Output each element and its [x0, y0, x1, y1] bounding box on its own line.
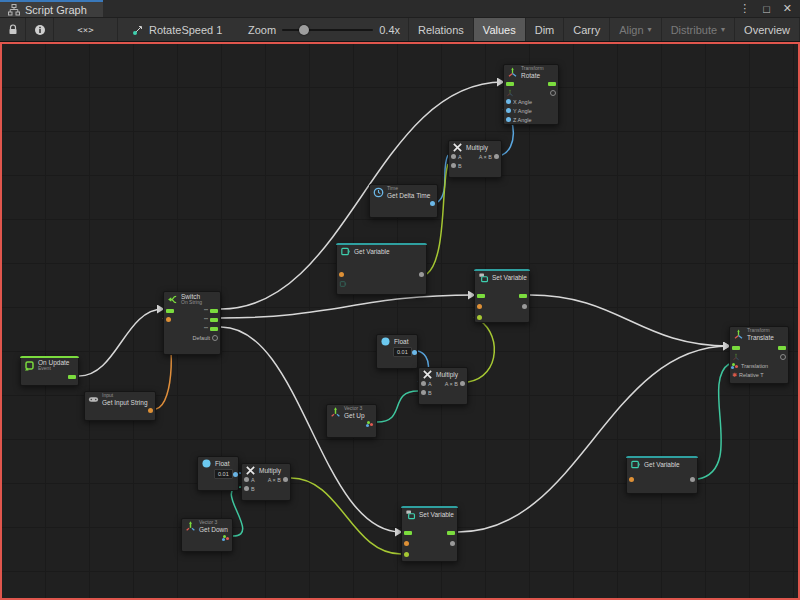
vector3-port[interactable] [367, 421, 370, 424]
lock-button[interactable] [0, 18, 26, 41]
flow-port[interactable] [166, 309, 174, 313]
node-multiply-mid[interactable]: MultiplyAA × BB [418, 367, 468, 405]
value-port[interactable] [629, 477, 634, 482]
flow-port[interactable] [210, 309, 218, 313]
value-port[interactable] [477, 315, 482, 320]
port-label: "" [204, 308, 208, 314]
node-switch-on-string[interactable]: SwitchOn String""""""Default [163, 291, 221, 355]
toolbar-button-carry[interactable]: Carry [563, 18, 609, 41]
port-label: A [251, 477, 255, 483]
vector3-port[interactable] [732, 363, 735, 366]
switch-icon [167, 294, 178, 305]
flow-port[interactable] [210, 327, 218, 331]
info-button[interactable] [26, 18, 54, 41]
toolbar-button-distribute: Distribute▾ [661, 18, 734, 41]
toolbar-button-values[interactable]: Values [473, 18, 525, 41]
toolbar-button-relations[interactable]: Relations [408, 18, 473, 41]
literal-value-field[interactable]: 0.01 [214, 469, 233, 479]
flow-port[interactable] [732, 346, 740, 350]
value-port[interactable] [522, 304, 527, 309]
node-float-bottom[interactable]: Float0.01 [197, 456, 239, 491]
value-port[interactable] [166, 317, 171, 322]
node-set-variable-bottom[interactable]: Set Variable [401, 506, 458, 562]
node-rotate[interactable]: TransformRotateX AngleY AngleZ Angle [503, 64, 559, 125]
node-vector3-get-up[interactable]: Vector 3Get Up [326, 404, 377, 438]
port-label: B [251, 486, 255, 492]
value-port[interactable] [339, 272, 344, 277]
node-title: Set Variable [492, 274, 527, 281]
value-port[interactable] [430, 201, 435, 206]
node-vector3-get-down[interactable]: Vector 3Get Down [181, 518, 233, 552]
node-float-mid[interactable]: Float0.01 [376, 334, 418, 369]
node-title: Get Delta Time [387, 192, 430, 199]
value-port[interactable] [412, 350, 417, 355]
flow-port[interactable] [447, 531, 455, 535]
value-port[interactable] [283, 477, 288, 482]
value-port[interactable] [421, 390, 426, 395]
node-get-delta-time[interactable]: TimeGet Delta Time [369, 184, 438, 218]
node-translate[interactable]: TransformTranslateTranslation✱Relative T [729, 326, 789, 384]
cubeset-icon [405, 509, 416, 520]
value-port[interactable] [404, 552, 409, 557]
node-multiply-top[interactable]: MultiplyAA × BB [448, 140, 502, 178]
flow-port[interactable] [506, 82, 514, 86]
value-port[interactable] [419, 272, 424, 277]
flow-port[interactable] [404, 531, 412, 535]
value-port[interactable] [404, 541, 409, 546]
node-multiply-bottom[interactable]: MultiplyAA × BB [241, 463, 291, 501]
multiply-icon [422, 369, 433, 380]
tab-script-graph[interactable]: Script Graph [0, 0, 103, 17]
zoom-slider[interactable] [282, 29, 373, 31]
value-port[interactable] [690, 477, 695, 482]
value-port[interactable] [244, 477, 249, 482]
value-port[interactable] [450, 541, 455, 546]
flow-port[interactable] [548, 82, 556, 86]
toolbar-button-dim[interactable]: Dim [525, 18, 564, 41]
toolbar-button-align: Align▾ [609, 18, 660, 41]
flow-port[interactable] [477, 294, 485, 298]
graph-toolbar: <×> RotateSpeed 1 Zoom 0.4x RelationsVal… [0, 17, 800, 42]
close-icon[interactable]: ✕ [783, 2, 792, 15]
object-port[interactable] [339, 280, 347, 288]
value-port[interactable] [233, 472, 238, 477]
graph-canvas[interactable]: On UpdateEventInputGet Input StringSwitc… [0, 42, 800, 600]
toolbar-button-label: Align [619, 24, 643, 36]
node-on-update[interactable]: On UpdateEvent [20, 356, 79, 386]
value-port[interactable] [506, 108, 511, 113]
value-port[interactable] [451, 154, 456, 159]
relative-to-port[interactable]: ✱ [732, 372, 737, 378]
transform-self-port[interactable] [506, 89, 514, 97]
unconnected-port[interactable] [550, 90, 556, 96]
menu-kebab-icon[interactable]: ⋮ [739, 2, 750, 15]
value-port[interactable] [421, 381, 426, 386]
value-port[interactable] [460, 381, 465, 386]
unconnected-port[interactable] [780, 354, 786, 360]
value-port[interactable] [244, 486, 249, 491]
node-get-input-string[interactable]: InputGet Input String [84, 391, 156, 421]
toolbar-button-label: Dim [535, 24, 555, 36]
literal-value-field[interactable]: 0.01 [393, 347, 412, 357]
transform-self-port[interactable] [732, 353, 740, 361]
port-label: "" [204, 326, 208, 332]
flow-port[interactable] [519, 294, 527, 298]
node-get-variable-br[interactable]: Get Variable [626, 456, 698, 494]
flow-port[interactable] [68, 375, 76, 379]
graph-breadcrumb[interactable]: RotateSpeed 1 [118, 18, 240, 41]
value-port[interactable] [451, 163, 456, 168]
toolbar-button-label: Values [483, 24, 516, 36]
flow-port[interactable] [778, 346, 786, 350]
value-port[interactable] [148, 408, 153, 413]
node-set-variable-mid[interactable]: Set Variable [474, 269, 530, 323]
node-get-variable-speed[interactable]: Get Variable [336, 243, 427, 295]
value-port[interactable] [494, 154, 499, 159]
unconnected-port[interactable] [212, 335, 218, 341]
value-port[interactable] [506, 99, 511, 104]
zoom-slider-handle[interactable] [299, 25, 309, 35]
code-preview-button[interactable]: <×> [54, 18, 118, 41]
toolbar-button-overview[interactable]: Overview [734, 18, 799, 41]
value-port[interactable] [477, 304, 482, 309]
flow-port[interactable] [210, 318, 218, 322]
vector3-port[interactable] [223, 535, 226, 538]
value-port[interactable] [506, 117, 511, 122]
maximize-icon[interactable]: □ [763, 3, 770, 15]
